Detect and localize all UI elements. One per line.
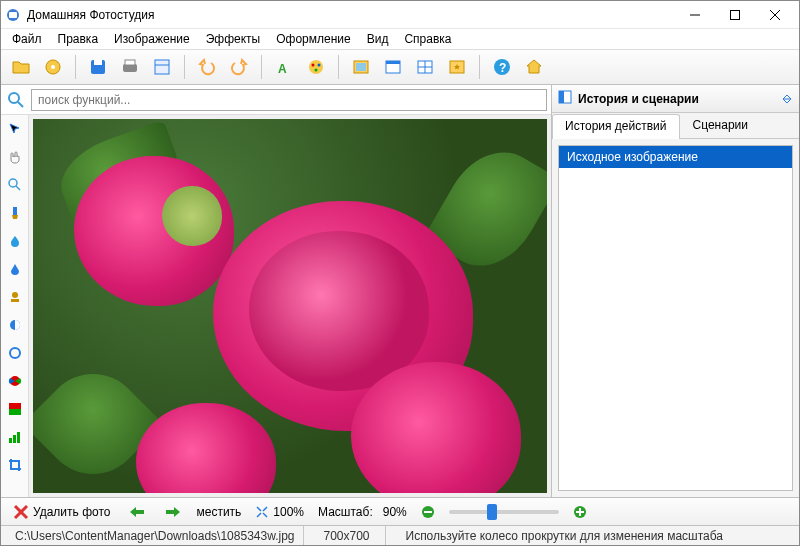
menu-image[interactable]: Изображение <box>107 30 197 48</box>
main-toolbar: A ? <box>1 49 799 85</box>
calendar2-icon[interactable] <box>411 53 439 81</box>
levels-icon[interactable] <box>4 427 26 447</box>
redo-icon[interactable] <box>225 53 253 81</box>
text-icon[interactable]: A <box>270 53 298 81</box>
save-icon[interactable] <box>84 53 112 81</box>
history-item[interactable]: Исходное изображение <box>559 146 792 168</box>
status-path: C:\Users\ContentManager\Downloads\108534… <box>7 526 304 545</box>
svg-rect-35 <box>11 299 19 302</box>
calendar-icon[interactable] <box>379 53 407 81</box>
zoom-slider-thumb[interactable] <box>487 504 497 520</box>
fit-button[interactable]: 100% <box>251 503 308 521</box>
status-bar: C:\Users\ContentManager\Downloads\108534… <box>1 525 799 545</box>
pointer-icon[interactable] <box>4 119 26 139</box>
search-input[interactable] <box>31 89 547 111</box>
menu-decoration[interactable]: Оформление <box>269 30 357 48</box>
catalog-icon[interactable] <box>39 53 67 81</box>
curves-icon[interactable] <box>4 399 26 419</box>
zoom-in-button[interactable] <box>569 503 591 521</box>
search-bar <box>1 85 551 115</box>
menu-bar: Файл Правка Изображение Эффекты Оформлен… <box>1 29 799 49</box>
svg-text:?: ? <box>499 61 506 75</box>
collapse-icon[interactable] <box>781 91 793 106</box>
menu-file[interactable]: Файл <box>5 30 49 48</box>
left-toolbox <box>1 115 29 497</box>
blur-icon[interactable] <box>4 259 26 279</box>
zoom-out-button[interactable] <box>417 503 439 521</box>
svg-line-30 <box>18 102 23 107</box>
palette-icon[interactable] <box>302 53 330 81</box>
title-bar: Домашняя Фотостудия <box>1 1 799 29</box>
menu-effects[interactable]: Эффекты <box>199 30 268 48</box>
svg-rect-9 <box>94 60 102 65</box>
right-panel-header: История и сценарии <box>552 85 799 113</box>
status-hint: Используйте колесо прокрутки для изменен… <box>398 526 794 545</box>
close-button[interactable] <box>755 2 795 28</box>
svg-point-34 <box>12 292 18 298</box>
svg-point-17 <box>318 64 321 67</box>
maximize-button[interactable] <box>715 2 755 28</box>
next-button[interactable] <box>160 503 186 521</box>
crop-icon[interactable] <box>4 455 26 475</box>
frame-icon[interactable] <box>347 53 375 81</box>
svg-rect-1 <box>9 12 17 18</box>
svg-rect-12 <box>155 60 169 74</box>
menu-edit[interactable]: Правка <box>51 30 106 48</box>
zoom-slider[interactable] <box>449 510 559 514</box>
delete-label: Удалить фото <box>33 505 110 519</box>
star-frame-icon[interactable] <box>443 53 471 81</box>
svg-rect-20 <box>356 63 366 71</box>
stamp-icon[interactable] <box>4 287 26 307</box>
search-icon[interactable] <box>5 89 27 111</box>
minimize-button[interactable] <box>675 2 715 28</box>
status-dimensions: 700x700 <box>316 526 386 545</box>
svg-point-15 <box>309 60 323 74</box>
right-panel-tabs: История действий Сценарии <box>552 113 799 139</box>
canvas-viewport[interactable] <box>29 115 551 497</box>
menu-help[interactable]: Справка <box>397 30 458 48</box>
menu-view[interactable]: Вид <box>360 30 396 48</box>
svg-point-37 <box>10 348 20 358</box>
zoom-label: Масштаб: <box>318 505 373 519</box>
drop-icon[interactable] <box>4 231 26 251</box>
svg-rect-11 <box>125 60 135 65</box>
zoom-icon[interactable] <box>4 175 26 195</box>
help-icon[interactable]: ? <box>488 53 516 81</box>
app-icon <box>5 7 21 23</box>
svg-line-32 <box>16 186 20 190</box>
hand-icon[interactable] <box>4 147 26 167</box>
svg-rect-42 <box>13 435 16 443</box>
tab-history[interactable]: История действий <box>552 114 680 139</box>
vignette-icon[interactable] <box>4 343 26 363</box>
svg-rect-43 <box>17 432 20 443</box>
window-title: Домашняя Фотостудия <box>27 8 675 22</box>
color-wheel-icon[interactable] <box>4 371 26 391</box>
svg-rect-45 <box>559 91 564 103</box>
svg-point-16 <box>312 64 315 67</box>
svg-text:A: A <box>278 62 287 76</box>
svg-rect-41 <box>9 438 12 443</box>
right-panel-title: История и сценарии <box>578 92 699 106</box>
content-area: История и сценарии История действий Сцен… <box>1 85 799 497</box>
delete-photo-button[interactable]: Удалить фото <box>9 502 114 522</box>
svg-point-31 <box>9 179 17 187</box>
tab-scenarios[interactable]: Сценарии <box>680 113 761 138</box>
contrast-icon[interactable] <box>4 315 26 335</box>
home-icon[interactable] <box>520 53 548 81</box>
bottom-action-bar: Удалить фото местить 100% Масштаб: 90% <box>1 497 799 525</box>
brush-icon[interactable] <box>4 203 26 223</box>
print-icon[interactable] <box>116 53 144 81</box>
undo-icon[interactable] <box>193 53 221 81</box>
zoom-value: 90% <box>383 505 407 519</box>
history-list: Исходное изображение <box>558 145 793 491</box>
svg-point-18 <box>315 69 318 72</box>
move-label: местить <box>196 505 241 519</box>
svg-rect-40 <box>9 409 21 415</box>
settings-icon[interactable] <box>148 53 176 81</box>
fit-label: 100% <box>273 505 304 519</box>
svg-rect-3 <box>731 10 740 19</box>
prev-button[interactable] <box>124 503 150 521</box>
open-icon[interactable] <box>7 53 35 81</box>
right-panel: История и сценарии История действий Сцен… <box>551 85 799 497</box>
svg-rect-33 <box>13 207 17 215</box>
